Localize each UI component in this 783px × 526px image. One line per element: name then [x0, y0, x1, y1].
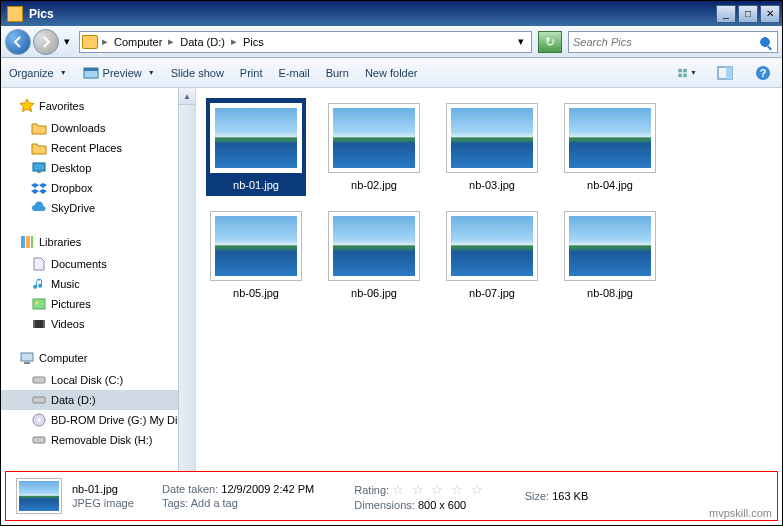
rating-label: Rating: — [354, 484, 389, 496]
date-taken-value: 12/9/2009 2:42 PM — [221, 483, 314, 495]
sidebar-item-pictures[interactable]: Pictures — [1, 294, 195, 314]
minimize-button[interactable]: _ — [716, 5, 736, 23]
sidebar-item-videos[interactable]: Videos — [1, 314, 195, 334]
music-icon — [31, 276, 47, 292]
disc-icon — [31, 412, 47, 428]
libraries-label: Libraries — [39, 236, 81, 248]
svg-rect-13 — [26, 236, 30, 248]
breadcrumb-data[interactable]: Data (D:) — [176, 36, 229, 48]
image-preview — [328, 103, 420, 173]
burn-button[interactable]: Burn — [326, 67, 349, 79]
forward-button[interactable] — [33, 29, 59, 55]
breadcrumb-pics[interactable]: Pics — [239, 36, 268, 48]
file-thumbnail[interactable]: nb-05.jpg — [206, 206, 306, 304]
videos-icon — [31, 316, 47, 332]
sidebar-item-removable[interactable]: Removable Disk (H:) — [1, 430, 195, 450]
svg-rect-11 — [37, 171, 41, 173]
sidebar-item-recent[interactable]: Recent Places — [1, 138, 195, 158]
file-thumbnail[interactable]: nb-08.jpg — [560, 206, 660, 304]
svg-rect-26 — [33, 437, 45, 443]
image-preview — [564, 103, 656, 173]
newfolder-button[interactable]: New folder — [365, 67, 418, 79]
help-button[interactable]: ? — [752, 62, 774, 84]
print-button[interactable]: Print — [240, 67, 263, 79]
search-icon[interactable] — [757, 34, 773, 50]
documents-icon — [31, 256, 47, 272]
tags-value[interactable]: Add a tag — [191, 497, 238, 509]
maximize-button[interactable]: □ — [738, 5, 758, 23]
sidebar-item-data-d[interactable]: Data (D:) — [1, 390, 195, 410]
file-thumbnail[interactable]: nb-03.jpg — [442, 98, 542, 196]
sidebar-item-desktop[interactable]: Desktop — [1, 158, 195, 178]
favorites-label: Favorites — [39, 100, 84, 112]
pictures-icon — [31, 296, 47, 312]
file-thumbnail[interactable]: nb-04.jpg — [560, 98, 660, 196]
svg-rect-21 — [24, 362, 30, 364]
sidebar-item-documents[interactable]: Documents — [1, 254, 195, 274]
breadcrumb-sep[interactable]: ▸ — [166, 35, 176, 48]
file-thumbnail[interactable]: nb-02.jpg — [324, 98, 424, 196]
breadcrumb-sep[interactable]: ▸ — [229, 35, 239, 48]
file-name: nb-02.jpg — [351, 179, 397, 191]
search-box[interactable] — [568, 31, 778, 53]
svg-rect-3 — [683, 68, 686, 71]
back-button[interactable] — [5, 29, 31, 55]
image-preview — [210, 103, 302, 173]
file-thumbnail[interactable]: nb-06.jpg — [324, 206, 424, 304]
breadcrumb-sep[interactable]: ▸ — [100, 35, 110, 48]
file-name: nb-03.jpg — [469, 179, 515, 191]
favorites-header[interactable]: Favorites — [1, 94, 195, 118]
details-thumbnail — [16, 478, 62, 514]
preview-pane-button[interactable] — [714, 62, 736, 84]
address-bar[interactable]: ▸ Computer ▸ Data (D:) ▸ Pics ▾ — [79, 31, 532, 53]
email-button[interactable]: E-mail — [278, 67, 309, 79]
refresh-button[interactable]: ↻ — [538, 31, 562, 53]
sidebar-item-skydrive[interactable]: SkyDrive — [1, 198, 195, 218]
address-dropdown[interactable]: ▾ — [513, 35, 529, 48]
svg-rect-4 — [678, 73, 681, 76]
file-name: nb-06.jpg — [351, 287, 397, 299]
svg-text:?: ? — [760, 67, 767, 79]
scroll-up-button[interactable]: ▲ — [179, 88, 195, 105]
image-preview — [328, 211, 420, 281]
sidebar-item-bdrom[interactable]: BD-ROM Drive (G:) My Dis — [1, 410, 195, 430]
file-name: nb-07.jpg — [469, 287, 515, 299]
nav-history-dropdown[interactable]: ▾ — [61, 30, 73, 54]
file-area[interactable]: nb-01.jpgnb-02.jpgnb-03.jpgnb-04.jpgnb-0… — [196, 88, 782, 493]
breadcrumb-computer[interactable]: Computer — [110, 36, 166, 48]
computer-header[interactable]: Computer — [1, 346, 195, 370]
image-preview — [446, 103, 538, 173]
svg-rect-23 — [33, 397, 45, 403]
preview-icon — [83, 65, 99, 81]
organize-menu[interactable]: Organize▼ — [9, 67, 67, 79]
command-bar: Organize▼ Preview▼ Slide show Print E-ma… — [1, 58, 782, 88]
file-name: nb-04.jpg — [587, 179, 633, 191]
desktop-icon — [31, 160, 47, 176]
computer-icon — [19, 350, 35, 366]
details-type: JPEG image — [72, 497, 152, 509]
view-options-button[interactable]: ▼ — [676, 62, 698, 84]
sidebar-item-localdisk-c[interactable]: Local Disk (C:) — [1, 370, 195, 390]
svg-point-25 — [38, 419, 41, 422]
file-thumbnail[interactable]: nb-07.jpg — [442, 206, 542, 304]
svg-rect-12 — [21, 236, 25, 248]
drive-icon — [31, 372, 47, 388]
dropbox-icon — [31, 180, 47, 196]
folder-icon — [31, 140, 47, 156]
close-button[interactable]: ✕ — [760, 5, 780, 23]
image-preview — [210, 211, 302, 281]
preview-menu[interactable]: Preview▼ — [83, 65, 155, 81]
sidebar-item-music[interactable]: Music — [1, 274, 195, 294]
rating-stars[interactable]: ☆ ☆ ☆ ☆ ☆ — [392, 482, 484, 497]
sidebar-item-dropbox[interactable]: Dropbox — [1, 178, 195, 198]
search-input[interactable] — [573, 36, 757, 48]
folder-icon — [7, 6, 23, 22]
slideshow-button[interactable]: Slide show — [171, 67, 224, 79]
libraries-header[interactable]: Libraries — [1, 230, 195, 254]
file-thumbnail[interactable]: nb-01.jpg — [206, 98, 306, 196]
sidebar-scrollbar[interactable]: ▲ ▼ — [178, 88, 195, 493]
libraries-icon — [19, 234, 35, 250]
sidebar-item-downloads[interactable]: Downloads — [1, 118, 195, 138]
file-name: nb-08.jpg — [587, 287, 633, 299]
dimensions-label: Dimensions: — [354, 499, 415, 511]
